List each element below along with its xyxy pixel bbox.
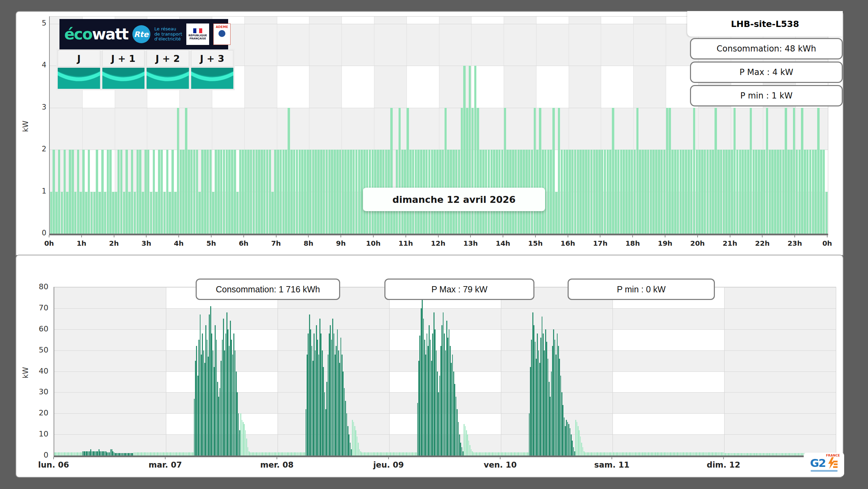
power-bar (348, 434, 349, 455)
power-bar (710, 452, 711, 455)
power-bar (791, 453, 792, 455)
power-bar (436, 350, 437, 455)
power-bar (788, 453, 789, 455)
power-bar (253, 150, 255, 234)
kw-gridline (50, 108, 828, 108)
power-bar (603, 452, 604, 455)
power-bar (771, 453, 772, 455)
power-bar (714, 452, 715, 455)
power-bar (74, 452, 75, 455)
power-bar (68, 452, 69, 455)
power-bar (712, 150, 714, 234)
power-bar (730, 453, 731, 455)
power-bar (616, 452, 617, 455)
power-bar (263, 150, 266, 234)
power-bar (83, 451, 84, 455)
x-axis-day-label: mer. 08 (253, 460, 301, 469)
power-bar (648, 452, 650, 455)
power-bar (615, 452, 616, 455)
power-bar (255, 452, 256, 455)
power-bar (97, 451, 98, 455)
power-bar (89, 451, 90, 455)
power-bar (252, 452, 253, 455)
power-bar (607, 150, 609, 234)
power-bar (790, 150, 793, 234)
daily-consumption-stat[interactable]: Consommation: 48 kWh (690, 38, 843, 59)
power-bar (609, 452, 610, 455)
weekly-pmax-stat[interactable]: P Max : 79 kW (384, 279, 534, 300)
power-bar (65, 452, 66, 455)
power-bar (754, 453, 755, 455)
power-bar (178, 452, 179, 455)
power-bar (134, 192, 136, 234)
power-bar (382, 452, 383, 455)
power-bar (614, 452, 615, 455)
power-bar (650, 452, 651, 455)
x-axis-tick-label: 19h (655, 239, 675, 247)
button-day-j1[interactable]: J + 1 (102, 50, 145, 89)
power-bar (670, 452, 671, 455)
power-bar (529, 413, 530, 455)
power-bar (82, 451, 83, 455)
power-bar (799, 453, 800, 455)
power-bar (573, 447, 574, 455)
power-bar (226, 150, 228, 234)
power-bar (317, 340, 318, 455)
power-bar (375, 452, 376, 455)
power-bar (690, 150, 693, 234)
power-bar (688, 452, 689, 455)
power-bar (734, 108, 736, 234)
power-bar (530, 367, 531, 455)
weekly-pmin-stat[interactable]: P min : 0 kW (568, 279, 715, 300)
power-bar (752, 453, 753, 455)
power-bar (258, 150, 260, 234)
power-bar (342, 355, 343, 455)
power-bar (535, 342, 536, 455)
power-bar (64, 452, 65, 455)
french-flag-icon (193, 28, 202, 33)
power-bar (682, 452, 683, 455)
power-bar (355, 430, 356, 455)
ecowatt-logo: écowatt Rte Le réseau de transport d'éle… (59, 19, 228, 49)
power-bar (198, 340, 199, 455)
power-bar (299, 452, 300, 455)
power-bar (718, 452, 719, 455)
power-bar (501, 452, 502, 455)
power-bar (430, 340, 431, 455)
power-bar (256, 452, 258, 455)
power-bar (758, 453, 759, 455)
x-axis-tick (81, 235, 82, 237)
button-day-j3[interactable]: J + 3 (191, 50, 234, 89)
power-bar (701, 452, 702, 455)
power-bar (244, 424, 245, 455)
daily-pmax-stat[interactable]: P Max : 4 kW (690, 62, 843, 83)
rte-logo: Rte (132, 25, 150, 43)
power-bar (550, 397, 551, 455)
power-bar (351, 449, 352, 455)
button-day-j[interactable]: J (58, 50, 100, 89)
y-axis-tick-label: 5 (32, 19, 46, 27)
power-bar (759, 453, 760, 455)
power-bar (797, 453, 799, 455)
power-bar (720, 150, 722, 234)
power-bar (306, 409, 307, 455)
power-bar (55, 192, 58, 234)
selected-date-label: dimanche 12 avril 2026 (363, 188, 545, 211)
power-bar (690, 452, 691, 455)
power-bar (188, 150, 190, 234)
power-bar (645, 452, 646, 455)
power-bar (335, 355, 336, 455)
daily-pmin-stat[interactable]: P min : 1 kW (690, 85, 843, 106)
x-axis-tick (470, 235, 471, 237)
power-bar (481, 452, 482, 455)
button-day-j2[interactable]: J + 2 (147, 50, 189, 89)
power-bar (444, 333, 445, 455)
power-bar (711, 452, 712, 455)
power-bar (585, 452, 586, 455)
power-bar (552, 108, 555, 234)
power-bar (280, 452, 281, 455)
power-bar (259, 452, 260, 455)
power-bar (102, 451, 103, 455)
power-bar (353, 422, 354, 455)
weekly-consumption-stat[interactable]: Consommation: 1 716 kWh (196, 279, 340, 300)
